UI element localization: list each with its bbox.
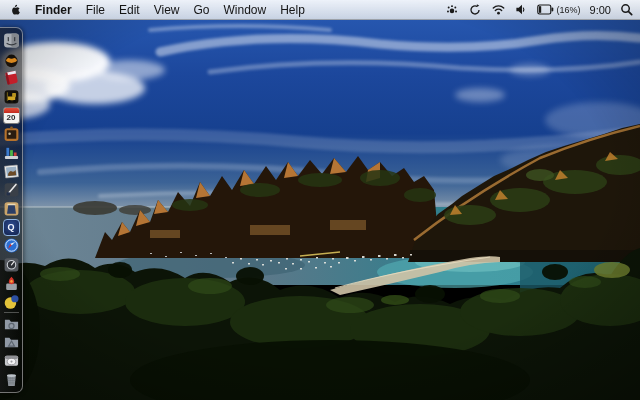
menu-item-go[interactable]: Go xyxy=(194,3,210,17)
menu-item-edit[interactable]: Edit xyxy=(119,3,140,17)
forklift-truck-icon xyxy=(3,88,20,105)
dock-separator xyxy=(4,312,19,313)
dock-item-numbers[interactable] xyxy=(3,144,20,161)
folder-icon xyxy=(3,315,20,332)
menu-item-finder[interactable]: Finder xyxy=(35,3,72,17)
menu-item-window[interactable]: Window xyxy=(224,3,267,17)
flame-box-icon xyxy=(3,275,20,292)
dock-item-quicktime[interactable]: Q xyxy=(3,219,20,236)
dock-item-safari[interactable] xyxy=(3,237,20,254)
dock-item-hard-drive[interactable] xyxy=(3,352,20,369)
menu-item-view[interactable]: View xyxy=(154,3,180,17)
apple-menu[interactable] xyxy=(10,3,21,16)
dock-item-folder-stack[interactable] xyxy=(3,315,20,332)
menu-item-file[interactable]: File xyxy=(86,3,105,17)
sync-icon[interactable] xyxy=(468,3,482,17)
folder-triangle-icon xyxy=(3,333,20,350)
podium-icon xyxy=(3,200,20,217)
calendar-date: 20 xyxy=(4,113,19,123)
finder-icon xyxy=(3,32,20,49)
dock-item-applications-stack[interactable] xyxy=(3,333,20,350)
apple-logo-icon xyxy=(10,3,21,16)
bar-chart-icon xyxy=(3,144,20,161)
battery-percentage: (16%) xyxy=(557,5,581,15)
dock: 20 xyxy=(0,27,23,393)
menu-bar: Finder File Edit View Go Window Help xyxy=(0,0,640,20)
wifi-icon[interactable] xyxy=(491,3,506,16)
menu-bar-clock[interactable]: 9:00 xyxy=(590,4,611,16)
quicktime-q-icon: Q xyxy=(3,219,20,236)
orange-orb-icon xyxy=(3,51,20,68)
dock-item-yellow-blue-app[interactable] xyxy=(3,293,20,310)
desktop: Finder File Edit View Go Window Help xyxy=(0,0,640,400)
spotlight-icon[interactable] xyxy=(620,3,633,16)
dock-item-disc-burn-app[interactable] xyxy=(3,275,20,292)
gauge-icon xyxy=(3,256,20,273)
dock-item-red-book-app[interactable] xyxy=(3,69,20,86)
hard-drive-icon xyxy=(3,352,20,369)
dock-item-truck-app[interactable] xyxy=(3,88,20,105)
dock-item-gauge-app[interactable] xyxy=(3,256,20,273)
dock-item-pages[interactable] xyxy=(3,181,20,198)
dock-item-frame-lamp-app[interactable] xyxy=(3,125,20,142)
yellow-blue-icon xyxy=(3,293,20,310)
dock-item-finder[interactable] xyxy=(3,32,20,49)
battery-status[interactable]: (16%) xyxy=(537,4,581,15)
dock-item-orange-orb-app[interactable] xyxy=(3,51,20,68)
compass-icon xyxy=(3,237,20,254)
menu-item-help[interactable]: Help xyxy=(280,3,305,17)
dock-item-preview[interactable] xyxy=(3,163,20,180)
dock-item-keynote[interactable] xyxy=(3,200,20,217)
battery-icon xyxy=(537,4,554,15)
dock-item-trash[interactable] xyxy=(3,371,20,388)
desktop-wallpaper xyxy=(0,0,640,400)
volume-icon[interactable] xyxy=(515,3,528,16)
pen-inkwell-icon xyxy=(3,181,20,198)
dock-item-calendar[interactable]: 20 xyxy=(3,107,20,124)
menu-bar-left: Finder File Edit View Go Window Help xyxy=(0,3,305,17)
frame-lamp-icon xyxy=(3,125,20,142)
calendar-icon: 20 xyxy=(3,107,20,124)
island-photo xyxy=(0,0,640,400)
trash-icon xyxy=(3,371,20,388)
photo-icon xyxy=(3,163,20,180)
dotted-rosette-icon[interactable] xyxy=(445,3,459,17)
menu-bar-status: (16%) 9:00 xyxy=(445,3,640,17)
red-book-icon xyxy=(3,69,20,86)
